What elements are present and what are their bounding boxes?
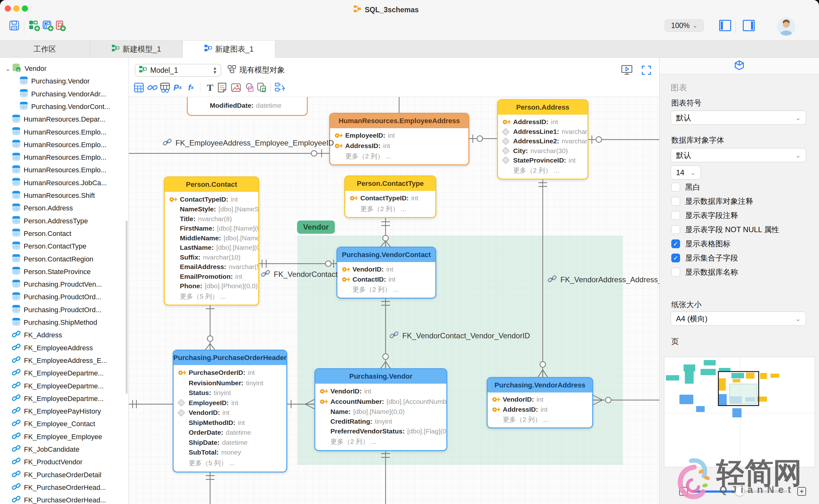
- checkbox-box[interactable]: [671, 211, 680, 220]
- sidebar-item-person-contact[interactable]: Person.Contact: [0, 227, 129, 240]
- sidebar-item-purchasing-vendor[interactable]: Purchasing.Vendor: [0, 75, 129, 88]
- checkbox-box[interactable]: [671, 197, 680, 206]
- note-tool[interactable]: [216, 82, 228, 93]
- entity-purchasing-vendorcontact[interactable]: Purchasing.VendorContactVendorID:intCont…: [336, 247, 436, 299]
- new-report-button[interactable]: [54, 20, 67, 34]
- checkbox-box[interactable]: ✓: [671, 254, 680, 262]
- fk-label-fk-vendorcontact[interactable]: FK_VendorContact: [261, 269, 338, 280]
- checkbox-3[interactable]: 显示表字段 NOT NULL 属性: [671, 225, 779, 235]
- toggle-left-panel-button[interactable]: [719, 20, 731, 31]
- sidebar-item-person-addresstype[interactable]: Person.AddressType: [0, 215, 129, 227]
- tab-diagram[interactable]: 新建图表_1: [183, 41, 275, 58]
- sidebar-item-purchasing-proudctord-[interactable]: Purchasing.ProudctOrd...: [0, 291, 129, 303]
- new-model-button[interactable]: [28, 20, 41, 34]
- sidebar-item-person-contactregion[interactable]: Person.ContactRegion: [0, 253, 129, 266]
- sidebar-item-purchasing-proudctord-[interactable]: Purchasing.ProudctOrd...: [0, 304, 129, 316]
- presentation-mode-button[interactable]: [621, 65, 633, 77]
- sidebar-item-fk-employee-employee[interactable]: FK_Employee_Employee: [0, 431, 129, 443]
- text-tool[interactable]: T: [204, 82, 216, 93]
- entity-person-contact[interactable]: Person.ContactContactTypeID:intNameStyle…: [164, 176, 259, 306]
- checkbox-4[interactable]: ✓显示表格图标: [671, 239, 730, 249]
- sidebar-item-person-address[interactable]: Person.Address: [0, 202, 129, 215]
- entity-more-row[interactable]: 更多（5 列） ...: [165, 292, 258, 301]
- sidebar-item-humanresources-depar-[interactable]: HumanResources.Depar...: [0, 113, 129, 126]
- subject-area-label[interactable]: Vendor: [297, 221, 335, 234]
- fk-label-fk-employeeaddress-employee-employeeid[interactable]: FK_EmployeeAddress_Employee_EmployeeID: [163, 137, 334, 149]
- entity-fragment[interactable]: ModifiedDate:datetime: [187, 97, 308, 116]
- sidebar-item-person-contacttype[interactable]: Person.ContactType: [0, 240, 129, 253]
- sidebar-item-fk-employeedepartme-[interactable]: FK_EmployeeDepartme...: [0, 392, 129, 405]
- minimize-window-button[interactable]: [13, 5, 20, 12]
- sidebar-item-humanresources-emplo-[interactable]: HumanResources.Emplo...: [0, 126, 129, 139]
- font-size-select[interactable]: 14⌄: [671, 165, 701, 180]
- zoom-slider-handle[interactable]: [735, 487, 744, 496]
- sidebar-item-humanresources-shift[interactable]: HumanResources.Shift: [0, 189, 129, 202]
- zoom-level-dropdown[interactable]: 100%⌄: [665, 19, 704, 32]
- sidebar-item-purchasing-shipmethod[interactable]: Purchasing.ShipMethod: [0, 316, 129, 329]
- close-window-button[interactable]: [5, 5, 11, 12]
- entity-person-address[interactable]: Person.AddressAddressID:intAddressLine1:…: [497, 99, 588, 180]
- sidebar-item-fk-address[interactable]: FK_Address: [0, 329, 129, 341]
- symbol-select[interactable]: 默认⌄: [671, 111, 806, 125]
- sidebar-item-purchasing-proudctven-[interactable]: Purchasing.ProudctVen...: [0, 278, 129, 291]
- checkbox-5[interactable]: ✓显示集合子字段: [671, 253, 738, 263]
- entity-person-contacttype[interactable]: Person.ContactTypeContactTypeID:int更多（2 …: [344, 175, 436, 218]
- add-table-tool[interactable]: [133, 82, 145, 93]
- entity-purchasing-vendor[interactable]: Purchasing.VendorVendorID:intAccountNumb…: [314, 368, 447, 451]
- entity-more-row[interactable]: 更多（2 列） ...: [488, 415, 592, 424]
- zoom-out-button[interactable]: −: [679, 487, 688, 496]
- save-button[interactable]: [9, 20, 20, 32]
- add-relationship-tool[interactable]: [147, 82, 158, 93]
- sidebar-item-humanresources-emplo-[interactable]: HumanResources.Emplo...: [0, 151, 129, 164]
- checkbox-2[interactable]: 显示表字段注释: [671, 210, 738, 221]
- sidebar-item-fk-jobcandidate[interactable]: FK_JobCandidate: [0, 443, 129, 456]
- diagram-minimap[interactable]: [664, 357, 815, 467]
- entity-more-row[interactable]: 更多（2 列） ...: [345, 204, 435, 213]
- checkbox-0[interactable]: 黑白: [671, 182, 700, 192]
- tab-workspace[interactable]: 工作区: [0, 41, 90, 58]
- zoom-in-button[interactable]: +: [797, 487, 806, 496]
- parameter-tool[interactable]: Px: [172, 82, 183, 93]
- diagram-viewport[interactable]: Vendor HumanResources.EmployeeAddressEmp…: [129, 97, 659, 504]
- sidebar-item-fk-employeedepartme-[interactable]: FK_EmployeeDepartme...: [0, 367, 129, 380]
- sidebar-item-humanresources-jobca-[interactable]: HumanResources.JobCa...: [0, 177, 129, 189]
- fk-label-fk-vendoraddress-address-ad-[interactable]: FK_VendorAddress_Address_Ad...: [548, 274, 659, 285]
- fk-label-fk-vendorcontact-vendor-vendorid[interactable]: FK_VendorContact_Vendor_VendorID: [390, 330, 530, 341]
- duplicate-tool[interactable]: [256, 82, 267, 93]
- sidebar-item-fk-purchaseorderhead-[interactable]: FK_PurchaseOrderHead...: [0, 481, 129, 494]
- shape-tool[interactable]: [244, 82, 255, 93]
- checkbox-1[interactable]: 显示数据库对象注释: [671, 196, 753, 206]
- checkbox-6[interactable]: 显示数据库名称: [671, 267, 738, 277]
- model-selector-dropdown[interactable]: Model_1 ▲▼: [135, 64, 221, 77]
- sidebar-item-purchasing-vendorcont-[interactable]: Purchasing.VendorCont...: [0, 100, 129, 113]
- function-tool[interactable]: fx: [185, 82, 197, 93]
- sidebar-scrollbar[interactable]: [126, 221, 128, 394]
- user-avatar[interactable]: [777, 17, 795, 36]
- checkbox-box[interactable]: ✓: [671, 239, 680, 248]
- sidebar-item-fk-employeepayhistory[interactable]: FK_EmployeePayHistory: [0, 405, 129, 418]
- sidebar-item-person-stateprovince[interactable]: Person.StateProvince: [0, 266, 129, 278]
- zoom-window-button[interactable]: [22, 5, 28, 12]
- entity-more-row[interactable]: 更多（2 列） ...: [315, 437, 446, 446]
- sidebar-item-fk-employee-contact[interactable]: FK_Employee_Contact: [0, 418, 129, 430]
- sidebar-item-fk-employeeaddress[interactable]: FK_EmployeeAddress: [0, 342, 129, 354]
- entity-more-row[interactable]: 更多（5 列） ...: [174, 459, 286, 467]
- checkbox-box[interactable]: [671, 268, 680, 277]
- entity-humanresources-employeeaddress[interactable]: HumanResources.EmployeeAddressEmployeeID…: [329, 113, 469, 165]
- existing-model-objects-button[interactable]: 现有模型对象: [227, 65, 285, 75]
- image-tool[interactable]: [230, 82, 242, 93]
- sidebar-item-fk-purchaseorderdetail[interactable]: FK_PurchaseOrderDetail: [0, 469, 129, 481]
- chevron-expand-icon[interactable]: ⌄: [4, 65, 12, 72]
- add-view-tool[interactable]: [159, 82, 171, 93]
- sidebar-item-purchasing-vendoradr-[interactable]: Purchasing.VendorAdr...: [0, 88, 129, 100]
- sidebar-item-fk-productvendor[interactable]: FK_ProductVendor: [0, 456, 129, 468]
- font-select[interactable]: 默认⌄: [671, 148, 806, 162]
- paper-size-select[interactable]: A4 (横向)⌄: [671, 312, 806, 326]
- sidebar-item-humanresources-emplo-[interactable]: HumanResources.Emplo...: [0, 164, 129, 176]
- fullscreen-button[interactable]: [641, 65, 651, 77]
- new-diagram-button[interactable]: [42, 20, 54, 34]
- checkbox-box[interactable]: [671, 225, 680, 234]
- entity-purchasing-vendoraddress[interactable]: Purchasing.VendorAddressVendorID:intAddr…: [487, 377, 593, 428]
- sidebar-item-vendor[interactable]: ⌄Vendor: [0, 62, 129, 75]
- sidebar-item-fk-purchaseorderhead-[interactable]: FK_PurchaseOrderHead...: [0, 494, 129, 504]
